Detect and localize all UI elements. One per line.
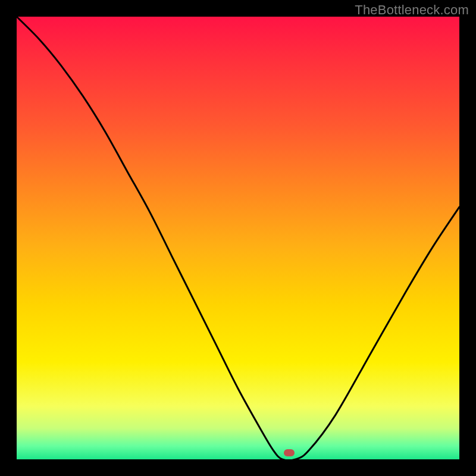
plot-area [17,17,459,459]
bottleneck-curve [17,17,459,459]
optimal-marker [284,449,295,456]
chart-frame: TheBottleneck.com [0,0,476,476]
watermark-text: TheBottleneck.com [355,2,469,18]
